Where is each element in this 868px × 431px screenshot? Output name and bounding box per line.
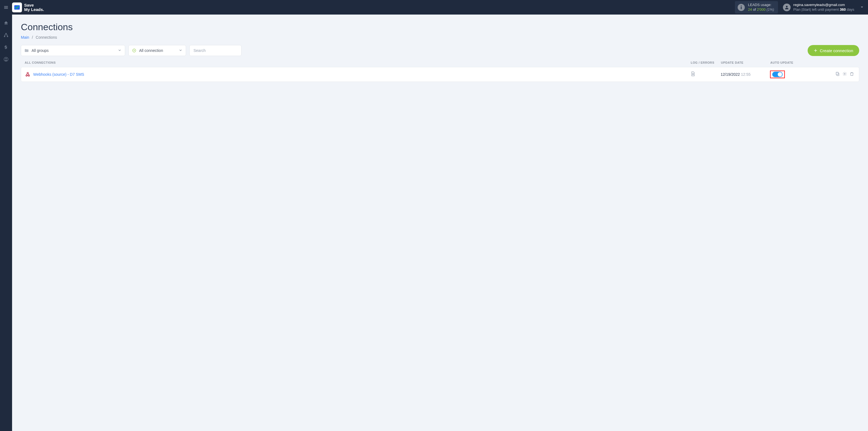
col-header-log: LOG / ERRORS <box>691 61 721 64</box>
svg-rect-5 <box>7 36 8 37</box>
breadcrumb-current: Connections <box>36 35 57 39</box>
row-name-cell: Webhooks (source) - D7 SMS <box>25 72 690 77</box>
svg-rect-13 <box>836 72 838 75</box>
account-days-num: 360 <box>840 7 846 11</box>
settings-button[interactable] <box>842 71 847 78</box>
usage-total: 2'000 <box>757 7 765 11</box>
svg-rect-1 <box>741 7 742 9</box>
user-icon <box>784 5 789 10</box>
sidebar-item-billing[interactable] <box>3 44 9 50</box>
svg-point-0 <box>741 5 742 6</box>
account-expand-button[interactable] <box>860 5 864 10</box>
connection-status-dropdown[interactable]: All connection <box>128 45 186 56</box>
breadcrumb: Main / Connections <box>21 35 859 39</box>
menu-toggle-button[interactable] <box>0 0 12 14</box>
top-header: Save My Leads. LEADS usage: 24 of 2'000 … <box>0 0 868 14</box>
sidebar-item-connections[interactable] <box>3 32 9 38</box>
col-header-auto: AUTO UPDATE <box>770 61 825 64</box>
toggle-knob <box>778 72 782 76</box>
plus-icon <box>814 49 817 53</box>
svg-point-7 <box>5 58 7 60</box>
auto-update-toggle[interactable] <box>772 72 783 77</box>
page-title: Connections <box>21 22 859 32</box>
copy-button[interactable] <box>835 71 840 78</box>
left-sidebar <box>0 14 12 431</box>
copy-icon <box>835 71 840 76</box>
filter-row: All groups All connection Create connect… <box>21 45 859 56</box>
delete-button[interactable] <box>849 71 854 78</box>
main-content: Connections Main / Connections All group… <box>12 14 868 431</box>
create-connection-button[interactable]: Create connection <box>808 45 859 56</box>
auto-update-highlight <box>770 70 785 78</box>
usage-used: 24 <box>748 7 752 11</box>
account-menu[interactable]: regina.savemyleads@gmail.com Plan |Start… <box>783 3 865 12</box>
breadcrumb-main-link[interactable]: Main <box>21 35 29 39</box>
usage-text: LEADS usage: 24 of 2'000 (1%) <box>748 3 774 12</box>
svg-point-2 <box>786 6 787 7</box>
breadcrumb-separator: / <box>32 35 33 39</box>
usage-label: LEADS usage: <box>748 3 774 7</box>
sidebar-item-profile[interactable] <box>3 56 9 62</box>
usage-percent: (1%) <box>767 7 774 11</box>
usage-panel[interactable]: LEADS usage: 24 of 2'000 (1%) <box>735 1 778 13</box>
logo-line1: Save <box>24 3 44 7</box>
row-date: 12/19/2022 <box>721 72 740 76</box>
create-connection-label: Create connection <box>820 48 853 53</box>
logo-mark <box>12 2 22 12</box>
row-time: 12:55 <box>741 72 750 76</box>
gear-icon <box>842 71 847 76</box>
sidebar-item-home[interactable] <box>3 20 9 26</box>
chevron-down-icon <box>179 48 183 53</box>
logo[interactable]: Save My Leads. <box>12 2 44 12</box>
svg-rect-4 <box>4 36 5 37</box>
user-circle-icon <box>4 57 8 62</box>
chevron-down-icon <box>118 48 122 53</box>
trash-icon <box>849 71 854 76</box>
account-email: regina.savemyleads@gmail.com <box>793 3 854 7</box>
svg-point-14 <box>844 73 845 74</box>
connections-table: Webhooks (source) - D7 SMS 12/19/2022 12… <box>21 67 859 82</box>
info-icon <box>738 4 745 11</box>
connection-status-label: All connection <box>139 48 163 53</box>
search-input[interactable] <box>189 45 242 56</box>
row-date-cell: 12/19/2022 12:55 <box>721 72 770 76</box>
table-row: Webhooks (source) - D7 SMS 12/19/2022 12… <box>21 67 859 82</box>
home-icon <box>4 21 8 26</box>
checkmark-icon <box>14 4 20 11</box>
groups-dropdown-label: All groups <box>32 48 49 53</box>
row-auto-cell <box>770 70 825 78</box>
svg-rect-3 <box>5 33 7 34</box>
dollar-icon <box>4 45 8 50</box>
sitemap-icon <box>4 33 8 38</box>
col-header-name: ALL CONNECTIONS <box>25 61 691 64</box>
logo-line2: My Leads. <box>24 7 44 12</box>
connection-name-link[interactable]: Webhooks (source) - D7 SMS <box>33 72 84 76</box>
logo-text: Save My Leads. <box>24 3 44 12</box>
avatar <box>783 4 790 11</box>
groups-dropdown[interactable]: All groups <box>21 45 125 56</box>
account-plan-prefix: Plan |Start| left until payment <box>793 7 839 11</box>
webhook-icon <box>25 72 30 77</box>
folder-icon <box>24 49 29 53</box>
account-text: regina.savemyleads@gmail.com Plan |Start… <box>793 3 854 12</box>
chevron-down-icon <box>860 5 864 9</box>
hamburger-icon <box>4 5 8 10</box>
account-days-word: days <box>847 7 854 11</box>
play-circle-icon <box>132 49 136 53</box>
log-button[interactable] <box>690 71 695 78</box>
row-log-cell <box>690 71 721 78</box>
table-header: ALL CONNECTIONS LOG / ERRORS UPDATE DATE… <box>21 61 859 67</box>
document-icon <box>690 71 695 76</box>
usage-of-word: of <box>753 7 756 11</box>
row-actions-cell <box>825 71 855 78</box>
col-header-date: UPDATE DATE <box>721 61 770 64</box>
